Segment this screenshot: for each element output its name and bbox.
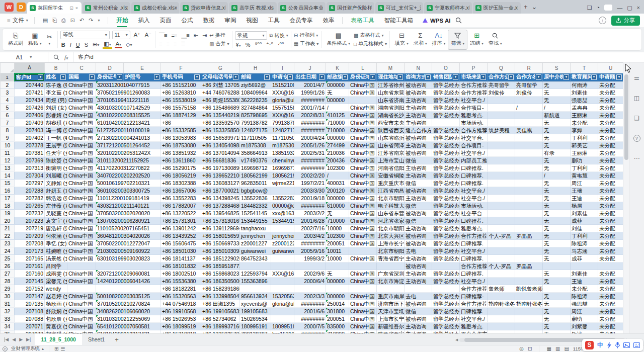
- cell[interactable]: xxx@163.c: [271, 209, 294, 217]
- cell[interactable]: 王丽淋: [571, 149, 598, 156]
- cell[interactable]: 207147: [15, 292, 45, 300]
- cell[interactable]: 王丽淋: [571, 111, 598, 119]
- cell[interactable]: v17490376: [240, 156, 271, 164]
- cell[interactable]: 2000/4/24: [294, 134, 326, 141]
- cell[interactable]: 季忆 (女): [45, 239, 67, 247]
- column-header-L[interactable]: L: [349, 63, 377, 73]
- cell[interactable]: 未分配: [598, 111, 623, 119]
- column-header-H[interactable]: H: [240, 63, 271, 73]
- cell[interactable]: [515, 194, 543, 202]
- cell[interactable]: 210303200509160922: [96, 247, 161, 254]
- cell[interactable]: 152541145: [240, 209, 271, 217]
- cell[interactable]: 207282: [15, 194, 45, 202]
- cell[interactable]: China中国: [349, 322, 377, 330]
- cell[interactable]: 被动咨询: [405, 209, 432, 217]
- cell[interactable]: 西安市未央: [377, 119, 405, 126]
- table-header-cell[interactable]: 手机号码▼: [161, 73, 201, 81]
- cell[interactable]: [349, 285, 377, 292]
- cell[interactable]: 口碑推荐.: [460, 217, 488, 224]
- cell[interactable]: 000000: [326, 277, 349, 285]
- row-header-32[interactable]: 32: [1, 307, 15, 315]
- cell[interactable]: +86 18101832: [161, 262, 201, 270]
- bold-button[interactable]: B: [60, 42, 66, 48]
- cell[interactable]: 主动咨询: [405, 330, 432, 333]
- cell[interactable]: China中国: [67, 96, 96, 104]
- cell[interactable]: China中国: [349, 330, 377, 333]
- cell[interactable]: [598, 262, 623, 270]
- cell[interactable]: 有录: [543, 149, 571, 156]
- cell[interactable]: 430103200107142529: [96, 104, 161, 111]
- cell[interactable]: 207426: [15, 104, 45, 111]
- cell[interactable]: 207160: [15, 270, 45, 277]
- column-header-U[interactable]: U: [598, 63, 623, 73]
- cell[interactable]: China中国: [67, 217, 96, 224]
- cell[interactable]: 未分配: [598, 134, 623, 141]
- cell[interactable]: 155363896: [240, 277, 271, 285]
- cell[interactable]: +86 13901242: [161, 224, 201, 232]
- ime-image-icon[interactable]: [623, 342, 630, 348]
- table-header-cell[interactable]: 申请顾▼: [598, 73, 623, 81]
- cell[interactable]: 社交平台./: [460, 315, 488, 322]
- cell[interactable]: ########: [294, 202, 326, 209]
- cell[interactable]: 丁利利: [571, 134, 598, 141]
- tab-close-icon[interactable]: ×: [75, 6, 78, 11]
- cell[interactable]: [377, 285, 405, 292]
- cell[interactable]: m1875308: [271, 141, 294, 149]
- cell[interactable]: [240, 285, 271, 292]
- cell[interactable]: 主动咨询: [405, 270, 432, 277]
- row-header-30[interactable]: 30: [1, 292, 15, 300]
- cell[interactable]: 筑梦美程: [488, 126, 515, 134]
- cell[interactable]: 彭睿婧 (女: [45, 111, 67, 119]
- cell[interactable]: 合作方推荐: [460, 81, 488, 89]
- column-header-A[interactable]: A: [15, 63, 45, 73]
- cell[interactable]: 湖南省浏阳: [377, 104, 405, 111]
- cell[interactable]: 社交平台./: [460, 247, 488, 254]
- cell[interactable]: 钦冰: [571, 330, 598, 333]
- cell[interactable]: +86 15606475: [161, 239, 201, 247]
- cell[interactable]: +86 1580156591: [201, 232, 240, 239]
- cell[interactable]: 刘素佳: [571, 89, 598, 96]
- cell[interactable]: 1999/1/26: [294, 89, 326, 96]
- cell[interactable]: +86 周煜155380: [201, 96, 240, 104]
- file-tab[interactable]: S国任财产保险样本.x: [327, 2, 374, 14]
- cell[interactable]: 平台合作方: [460, 330, 488, 333]
- cell[interactable]: 口碑推荐.: [460, 239, 488, 247]
- fill-color-button[interactable]: ◧▾: [103, 41, 112, 49]
- increase-font-button[interactable]: A⁺: [133, 32, 141, 38]
- cell[interactable]: 430321200211140121: [96, 202, 161, 209]
- cell[interactable]: 2003/3/30: [294, 187, 326, 194]
- cell[interactable]: z20001227: [271, 239, 294, 247]
- filter-dropdown-icon[interactable]: ▼: [397, 74, 403, 80]
- menu-item-开始[interactable]: 开始: [111, 16, 133, 25]
- cell[interactable]: 上海市长宁: [377, 315, 405, 322]
- column-header-O[interactable]: O: [432, 63, 460, 73]
- cell[interactable]: 湖南省长沙: [377, 111, 405, 119]
- row-header-4[interactable]: 4: [1, 96, 15, 104]
- column-header-T[interactable]: T: [571, 63, 598, 73]
- cell[interactable]: 留学总经办: [432, 134, 460, 141]
- cell[interactable]: +86 1971300890: [201, 164, 240, 171]
- cell[interactable]: China中国: [67, 254, 96, 262]
- cell[interactable]: 丁利利: [571, 232, 598, 239]
- cell[interactable]: 710000: [326, 217, 349, 224]
- cell[interactable]: 留学总经办: [432, 300, 460, 307]
- cell[interactable]: China中国: [67, 247, 96, 254]
- row-header-22[interactable]: 22: [1, 232, 15, 239]
- row-header-13[interactable]: 13: [1, 164, 15, 171]
- cell[interactable]: [515, 330, 543, 333]
- cell[interactable]: 合作项目-: [460, 104, 488, 111]
- preview-icon[interactable]: ⊡: [70, 17, 75, 24]
- cell[interactable]: 吴佳祺: [515, 126, 543, 134]
- cell[interactable]: 未分配: [598, 156, 623, 164]
- cell[interactable]: 吴晓蔓 (女: [45, 209, 67, 217]
- cell[interactable]: 罗晶晶: [515, 232, 543, 239]
- cell[interactable]: [326, 262, 349, 270]
- cell[interactable]: +86 1533258500: [201, 126, 240, 134]
- cell[interactable]: China中国: [67, 239, 96, 247]
- cell[interactable]: 无: [543, 232, 571, 239]
- cell[interactable]: China中国: [67, 164, 96, 171]
- cell[interactable]: 主动咨询: [405, 322, 432, 330]
- sum-button[interactable]: Σ 求和 ▾: [411, 32, 430, 47]
- cell[interactable]: 无: [543, 179, 571, 187]
- column-header-R[interactable]: R: [515, 63, 543, 73]
